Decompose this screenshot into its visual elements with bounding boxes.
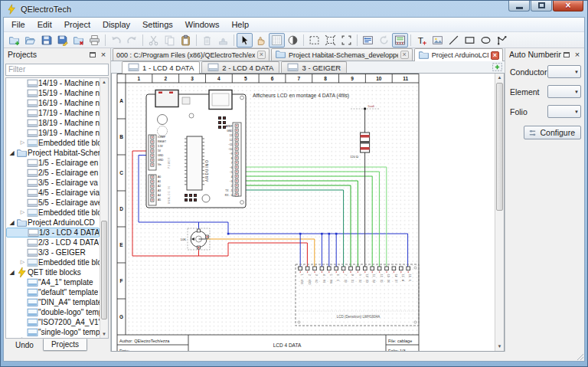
- add-rect-button[interactable]: [462, 33, 478, 48]
- tab-close-icon[interactable]: ×: [491, 51, 499, 60]
- grid-button[interactable]: [269, 33, 285, 48]
- tree-item[interactable]: ◢Project ArduinoLCD: [6, 218, 100, 228]
- dock-tab-projects[interactable]: Projects: [43, 339, 87, 351]
- save-button[interactable]: [38, 33, 54, 48]
- minimize-button[interactable]: [508, 0, 530, 11]
- contrast-button[interactable]: [285, 33, 301, 48]
- arduino-board[interactable]: ARDUINO AREFGND1312~11~10~987~6~54~32TX→…: [146, 90, 246, 208]
- print-button[interactable]: [87, 33, 103, 48]
- menu-project[interactable]: Project: [58, 18, 96, 31]
- tree-item[interactable]: User title blocks: [6, 337, 100, 339]
- tree-item[interactable]: 19/19 - Machine no 0...: [6, 128, 100, 138]
- add-folio-button[interactable]: [492, 61, 503, 72]
- tree-item[interactable]: 5/5 - Eclairage avec ...: [6, 198, 100, 208]
- collapsed-expander-icon[interactable]: ▷: [18, 209, 27, 215]
- menu-windows[interactable]: Windows: [179, 18, 226, 31]
- diagram-vertical-scrollbar[interactable]: ▲ ▼: [495, 74, 504, 351]
- expanded-expander-icon[interactable]: ◢: [8, 219, 16, 226]
- tree-item[interactable]: "default" template: [6, 287, 100, 297]
- tree-item[interactable]: "DIN_A4" template: [6, 297, 100, 307]
- collapsed-expander-icon[interactable]: ▷: [18, 139, 27, 146]
- add-line-button[interactable]: [446, 33, 462, 48]
- menu-settings[interactable]: Settings: [136, 18, 179, 31]
- tree-scrollbar-thumb[interactable]: [101, 221, 107, 319]
- conductor-select[interactable]: ▼: [547, 65, 581, 78]
- tree-item[interactable]: 3/5 - Eclairage va et v...: [6, 178, 100, 188]
- tree-item[interactable]: "A4_1" template: [6, 277, 100, 287]
- tree-scrollbar[interactable]: ▲ ▼: [100, 78, 108, 339]
- collapsed-expander-icon[interactable]: ▷: [18, 259, 27, 265]
- zoom-fit-button[interactable]: [322, 33, 338, 48]
- menu-display[interactable]: Display: [96, 18, 136, 31]
- tree-item[interactable]: 2/5 - Eclairage en do...: [6, 168, 100, 178]
- close-panel-icon[interactable]: ×: [98, 50, 109, 60]
- tab-close-icon[interactable]: ×: [400, 51, 409, 59]
- project-tab[interactable]: 000 : C:/Program Files (x86)/QElectroTec…: [113, 48, 270, 61]
- zoom-frame-button[interactable]: [338, 33, 354, 48]
- expanded-expander-icon[interactable]: ◢: [8, 149, 16, 156]
- close-panel-icon[interactable]: ×: [572, 50, 583, 60]
- add-polygon-button[interactable]: [494, 33, 510, 48]
- folio-tab[interactable]: 3 - GEIGER: [281, 61, 347, 73]
- titlebar[interactable]: QElectroTech ×: [3, 1, 585, 17]
- titleblock-editor-button[interactable]: [392, 33, 408, 48]
- dock-tab-undo[interactable]: Undo: [7, 339, 42, 352]
- menu-file[interactable]: File: [5, 18, 31, 31]
- folio-tab[interactable]: 1 - LCD 4 DATA: [122, 61, 200, 74]
- diagram-view[interactable]: 1234567891011ABCDEFG Afficheurs LCD en m…: [111, 74, 505, 352]
- element-select[interactable]: ▼: [547, 85, 581, 98]
- open-project-button[interactable]: [22, 33, 38, 48]
- save-as-button[interactable]: [54, 33, 70, 48]
- tree-item[interactable]: "single-logo" template: [6, 327, 100, 337]
- projects-tree[interactable]: 14/19 - Machine no 0...15/19 - Machine n…: [5, 77, 109, 339]
- schematic-canvas[interactable]: 1234567891011ABCDEFG Afficheurs LCD en m…: [112, 74, 498, 352]
- scroll-down-icon[interactable]: ▼: [495, 342, 504, 351]
- scroll-up-icon[interactable]: ▲: [495, 74, 504, 82]
- float-panel-icon[interactable]: [87, 50, 98, 60]
- tree-item[interactable]: 1/5 - Eclairage en sim...: [6, 158, 100, 168]
- menu-help[interactable]: Help: [225, 18, 255, 31]
- tree-item[interactable]: 17/19 - Machine no 0...: [6, 108, 100, 118]
- project-tab[interactable]: Project ArduinoLCD×: [414, 48, 503, 61]
- diagram-scrollbar-thumb[interactable]: [496, 83, 503, 211]
- scroll-down-icon[interactable]: ▼: [100, 330, 108, 338]
- close-button[interactable]: ×: [553, 0, 583, 11]
- add-ellipse-button[interactable]: [478, 33, 494, 48]
- close-project-button[interactable]: [70, 33, 87, 48]
- add-text-button[interactable]: T: [413, 33, 430, 48]
- expanded-expander-icon[interactable]: ◢: [8, 269, 16, 276]
- tree-item[interactable]: ▷Embedded title blocks: [6, 138, 100, 148]
- selection-rect-button[interactable]: [306, 33, 322, 48]
- tree-item[interactable]: 15/19 - Machine no 0...: [6, 88, 100, 98]
- tree-item[interactable]: ▷Embedded title blocks: [6, 257, 100, 267]
- maximize-button[interactable]: [531, 0, 552, 11]
- paste-button[interactable]: [178, 33, 194, 48]
- tree-item[interactable]: ▷Embedded title blocks: [6, 208, 100, 218]
- resize-grip[interactable]: [576, 352, 583, 360]
- menu-edit[interactable]: Edit: [31, 18, 58, 31]
- tab-close-icon[interactable]: ×: [257, 51, 266, 59]
- pan-hand-button[interactable]: [253, 33, 269, 48]
- float-panel-icon[interactable]: [561, 50, 572, 60]
- configure-button[interactable]: Configure: [524, 126, 581, 139]
- conductor-editor-button[interactable]: [360, 33, 376, 48]
- filter-input[interactable]: [5, 64, 109, 76]
- scroll-up-icon[interactable]: ▲: [100, 78, 108, 86]
- tree-item[interactable]: 18/19 - Machine no 0...: [6, 118, 100, 128]
- project-tab[interactable]: Project Habitat-Schemas_developpes×: [271, 48, 413, 61]
- tree-item[interactable]: 4/5 - Eclairage via tél...: [6, 188, 100, 198]
- tree-item[interactable]: 14/19 - Machine no 0...: [6, 78, 100, 88]
- tree-item[interactable]: ◢QET title blocks: [6, 267, 100, 277]
- folio-select[interactable]: ▼: [547, 105, 581, 118]
- new-project-button[interactable]: [6, 33, 22, 48]
- tree-item[interactable]: ◢Project Habitat-Schemas_...: [6, 148, 100, 158]
- select-arrow-button[interactable]: [237, 33, 253, 48]
- tree-item[interactable]: 3/3 - GEIGER: [6, 247, 100, 257]
- tree-item[interactable]: 2/3 - LCD 4 DATA: [6, 238, 100, 247]
- folio-tab[interactable]: 2 - LCD 4 DATA: [201, 61, 279, 73]
- tree-item[interactable]: 16/19 - Machine no 0...: [6, 98, 100, 108]
- add-image-button[interactable]: [430, 33, 446, 48]
- tree-item[interactable]: "double-logo" template: [6, 307, 100, 317]
- tree-item[interactable]: "ISO7200_A4_V1" tem...: [6, 317, 100, 327]
- tree-item[interactable]: 1/3 - LCD 4 DATA: [6, 228, 100, 238]
